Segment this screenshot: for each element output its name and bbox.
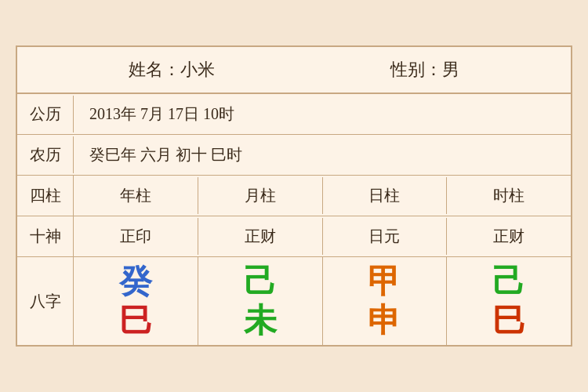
lunar-content: 癸巳年 六月 初十 巳时 [74,136,571,173]
main-container: 姓名：小米 性别：男 公历 2013年 7月 17日 10时 农历 癸巳年 六月… [16,45,572,347]
col-hour-header: 时柱 [447,177,571,214]
solar-row: 公历 2013年 7月 17日 10时 [17,94,571,135]
bazi-year-bottom: 巳 [119,303,152,339]
shishen-year: 正印 [74,218,198,255]
bazi-hour-bottom: 巳 [492,303,525,339]
bazi-label: 八字 [17,257,74,345]
shishen-hour: 正财 [447,218,571,255]
shishen-day: 日元 [323,218,448,255]
shishen-row: 十神 正印 正财 日元 正财 [17,216,571,257]
header-row: 姓名：小米 性别：男 [17,47,571,94]
lunar-row: 农历 癸巳年 六月 初十 巳时 [17,135,571,176]
pillar-header-row: 四柱 年柱 月柱 日柱 时柱 [17,176,571,216]
bazi-month-bottom: 未 [244,303,277,339]
bazi-month-top: 己 [244,263,277,299]
bazi-year: 癸 巳 [74,257,198,345]
gender-label: 性别：男 [390,58,459,82]
shishen-label: 十神 [17,216,74,256]
bazi-day-top: 甲 [368,263,401,299]
bazi-month: 己 未 [198,257,323,345]
bazi-year-top: 癸 [119,263,152,299]
shishen-month: 正财 [198,218,323,255]
col-year-header: 年柱 [74,177,198,214]
bazi-day-bottom: 申 [368,303,401,339]
bazi-hour: 己 巳 [447,257,571,345]
bazi-row: 八字 癸 巳 己 未 甲 申 己 巳 [17,257,571,345]
lunar-label: 农历 [17,136,74,173]
col-month-header: 月柱 [198,177,323,214]
col-day-header: 日柱 [323,177,448,214]
bazi-hour-top: 己 [492,263,525,299]
sizhu-label: 四柱 [17,176,74,216]
solar-label: 公历 [17,96,74,132]
name-label: 姓名：小米 [129,58,215,82]
solar-content: 2013年 7月 17日 10时 [74,96,571,132]
bazi-day: 甲 申 [323,257,448,345]
